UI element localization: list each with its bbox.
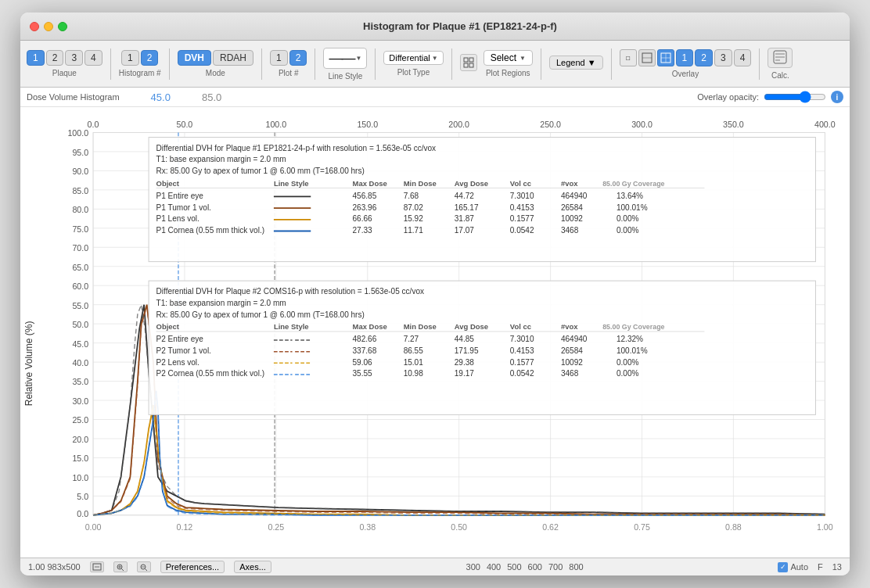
zoom-in-icon[interactable] <box>113 561 128 572</box>
mode-buttons: DVH RDAH <box>178 50 253 66</box>
svg-text:Vol cc: Vol cc <box>510 179 532 188</box>
histogram-btn-1[interactable]: 1 <box>121 50 139 66</box>
plaque-btn-3[interactable]: 3 <box>65 50 83 66</box>
maximize-button[interactable] <box>58 22 67 31</box>
plot-btn-1[interactable]: 1 <box>270 50 288 66</box>
svg-text:85.00 Gy Coverage: 85.00 Gy Coverage <box>602 323 664 331</box>
svg-text:20.0: 20.0 <box>72 435 88 444</box>
y-axis-label: Relative Volume (%) <box>20 107 38 558</box>
svg-text:P1 Lens vol.: P1 Lens vol. <box>156 214 200 223</box>
svg-text:Max Dose: Max Dose <box>353 322 388 331</box>
close-button[interactable] <box>30 22 39 31</box>
line-style-group: —— ▼ Line Style <box>323 48 367 81</box>
svg-text:400.0: 400.0 <box>814 120 836 129</box>
axes-button[interactable]: Axes... <box>234 561 271 573</box>
histogram-btn-2[interactable]: 2 <box>141 50 159 66</box>
svg-text:0.1577: 0.1577 <box>510 358 534 367</box>
svg-text:5.0: 5.0 <box>77 492 88 501</box>
fit-icon[interactable] <box>90 561 104 572</box>
svg-text:100.0: 100.0 <box>266 120 287 129</box>
num13-label: 13 <box>832 562 842 572</box>
svg-text:66.66: 66.66 <box>353 214 372 223</box>
svg-text:35.55: 35.55 <box>353 369 372 378</box>
svg-text:80.0: 80.0 <box>72 205 88 214</box>
auto-checkbox[interactable]: ✓ <box>778 562 788 572</box>
line-style-label: Line Style <box>328 72 362 81</box>
svg-line-186 <box>145 569 148 572</box>
line-style-select[interactable]: —— ▼ <box>323 48 367 69</box>
rdah-button[interactable]: RDAH <box>213 50 253 66</box>
legend-group: Legend ▼ <box>549 56 603 73</box>
overlay-label: Overlay <box>672 70 699 78</box>
overlay-btn-3[interactable]: 3 <box>714 49 732 66</box>
auto-label: Auto <box>790 562 808 572</box>
svg-text:10092: 10092 <box>561 214 583 223</box>
plot-btn-2[interactable]: 2 <box>289 50 307 66</box>
svg-text:50.0: 50.0 <box>177 120 193 129</box>
svg-text:0.38: 0.38 <box>359 522 376 532</box>
svg-text:19.17: 19.17 <box>455 369 474 378</box>
svg-rect-0 <box>464 58 468 62</box>
mode-label: Mode <box>206 69 225 77</box>
svg-text:1.00: 1.00 <box>817 522 833 532</box>
svg-text:Differential DVH for Plaque #2: Differential DVH for Plaque #2 COMS16-p … <box>156 287 425 296</box>
line-style-chevron: ▼ <box>355 55 361 62</box>
overlay-sq-2[interactable] <box>638 49 656 66</box>
svg-text:15.92: 15.92 <box>404 214 423 223</box>
plaque-btn-1[interactable]: 1 <box>27 50 45 66</box>
plaque-btn-2[interactable]: 2 <box>46 50 64 66</box>
dvh-button[interactable]: DVH <box>178 50 211 66</box>
legend-button[interactable]: Legend ▼ <box>549 56 603 70</box>
chart-header-label: Dose Volume Histogram <box>27 92 120 102</box>
svg-text:59.06: 59.06 <box>353 358 372 367</box>
plaque-group: 1 2 3 4 Plaque <box>27 50 102 77</box>
svg-text:10.98: 10.98 <box>404 369 423 378</box>
status-num-500: 500 <box>507 562 521 572</box>
mode-group: DVH RDAH Mode <box>178 50 253 77</box>
svg-text:87.02: 87.02 <box>404 203 423 211</box>
svg-text:Object: Object <box>156 179 180 188</box>
svg-line-182 <box>121 569 124 572</box>
svg-text:P1 Cornea (0.55 mm thick vol.): P1 Cornea (0.55 mm thick vol.) <box>156 226 265 235</box>
preferences-button[interactable]: Preferences... <box>160 561 225 573</box>
chart-svg: 100.0 95.0 90.0 85.0 80.0 75.0 70.0 65.0… <box>38 113 843 558</box>
status-num-800: 800 <box>569 562 583 572</box>
plaque-btn-4[interactable]: 4 <box>84 50 102 66</box>
svg-text:85.0: 85.0 <box>72 186 88 195</box>
svg-text:P2 Tumor 1 vol.: P2 Tumor 1 vol. <box>156 346 211 355</box>
svg-text:464940: 464940 <box>561 335 588 343</box>
crosshair-val-2: 85.0 <box>202 91 221 103</box>
svg-text:Avg Dose: Avg Dose <box>455 179 489 188</box>
minimize-button[interactable] <box>44 22 53 31</box>
divider-7 <box>541 48 541 80</box>
plot-regions-group: Select ▼ Plot Regions <box>484 50 533 77</box>
plot-regions-icon-group <box>460 54 477 74</box>
overlay-sq-1[interactable]: □ <box>620 49 637 66</box>
zoom-out-icon[interactable] <box>137 561 151 572</box>
svg-text:150.0: 150.0 <box>357 120 378 129</box>
svg-text:12.32%: 12.32% <box>617 335 643 343</box>
overlay-btn-1[interactable]: 1 <box>676 49 694 66</box>
calc-button[interactable] <box>768 48 793 68</box>
divider-5 <box>375 48 376 80</box>
plot-regions-icon[interactable] <box>460 54 477 71</box>
overlay-btn-2[interactable]: 2 <box>695 49 713 66</box>
divider-1 <box>110 48 111 80</box>
divider-3 <box>261 48 262 80</box>
svg-text:75.0: 75.0 <box>72 224 88 234</box>
svg-text:100.0: 100.0 <box>67 128 88 138</box>
svg-text:0.00%: 0.00% <box>617 214 639 223</box>
chart-container: Relative Volume (%) <box>20 107 850 558</box>
svg-text:13.64%: 13.64% <box>617 192 643 200</box>
overlay-btn-4[interactable]: 4 <box>734 49 752 66</box>
select-button[interactable]: Select ▼ <box>484 50 533 66</box>
svg-text:T1: base expansion margin = 2.: T1: base expansion margin = 2.0 mm <box>156 155 286 163</box>
plot-type-select[interactable]: Differential ▼ <box>383 51 443 65</box>
info-icon[interactable]: i <box>831 91 843 103</box>
chart-inner[interactable]: 100.0 95.0 90.0 85.0 80.0 75.0 70.0 65.0… <box>38 107 850 558</box>
line-style-icon: —— <box>329 50 354 66</box>
overlay-sq-3[interactable] <box>657 49 674 66</box>
svg-text:55.0: 55.0 <box>72 300 88 310</box>
opacity-slider[interactable] <box>764 91 826 103</box>
svg-text:7.3010: 7.3010 <box>510 192 534 200</box>
